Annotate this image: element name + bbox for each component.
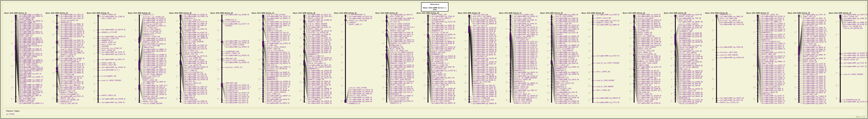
locus-label[interactable]: SpringWheatNAM_tag_7932-4D — [473, 33, 495, 34]
locus-label[interactable]: SpringWheatNAM_tag_16501-1A — [20, 25, 42, 26]
locus-label[interactable]: SpringWheatNAM_tag_93784-3D — [349, 101, 372, 102]
locus-label[interactable]: SpringWheatNAM_tag_18648-7B — [803, 72, 826, 74]
locus-label[interactable]: SpringWheatNAM_tag_246181-2D — [226, 55, 249, 56]
locus-label[interactable]: SpringWheatNAM_tag_46713-6A — [638, 40, 660, 41]
locus-label[interactable]: wsnp_CAP11_c5474_2542512 — [184, 59, 205, 61]
locus-label[interactable]: SpringWheatNAM_tag_67460-7D — [844, 24, 867, 25]
locus-label[interactable]: Tdurum_contig57927_460 — [61, 79, 79, 81]
locus-label[interactable]: SpringWheatNAM_tag_327822-3A — [267, 43, 290, 44]
locus-label[interactable]: SpringWheatNAM_tag_98477-2B — [184, 61, 207, 63]
locus-label[interactable]: SpringWheatNAM_tag_73125-7D — [844, 63, 867, 64]
locus-label[interactable]: SpringWheatNAM_tag_70496-4B — [432, 25, 454, 26]
group-title-6B[interactable]: Wheat-2018-NAM9-BxVida_6B — [664, 12, 686, 14]
locus-label[interactable]: SpringWheatNAM_tag_85127-7B — [803, 87, 826, 88]
locus-label[interactable]: BobWhite_c55606_116 — [308, 79, 324, 80]
locus-label[interactable]: SpringWheatNAM_tag_41511-7A — [762, 75, 784, 77]
locus-label[interactable]: SpringWheatNAM_tag_341284-6A — [638, 95, 661, 97]
locus-label[interactable]: SpringWheatNAM_tag_24388-2B — [184, 101, 207, 102]
group-title-5D[interactable]: Wheat-2018-NAM9-BxVida_5D — [582, 12, 604, 14]
locus-label[interactable]: SpringWheatNAM_tag_49328-4D — [473, 20, 496, 21]
locus-label[interactable]: SpringWheatNAM_tag_67091-3B — [308, 74, 331, 75]
locus-label[interactable]: RAC875_c7827_218 — [184, 54, 198, 55]
locus-label[interactable]: wsnp_BE442869B_Ta_1_1 — [432, 40, 449, 41]
locus-label[interactable]: SpringWheatNAM_tag_103082-4D — [473, 94, 496, 95]
locus-label[interactable]: SpringWheatNAM_tag_119552-3B — [308, 40, 332, 41]
locus-label[interactable]: SpringWheatNAM_tag_98768-2B — [184, 63, 207, 64]
locus-label[interactable]: SpringWheatNAM_tag_315913-4B — [432, 47, 455, 48]
locus-label[interactable]: SpringWheatNAM_tag_420-1B — [61, 78, 82, 79]
locus-label[interactable]: SpringWheatNAM_tag_56779-2B — [184, 56, 207, 57]
locus-label[interactable]: SpringWheatNAM_tag_25551-7B — [803, 65, 826, 67]
locus-label[interactable]: CAP8_c4223_13 — [679, 69, 690, 70]
locus-label[interactable]: SpringWheatNAM_tag_1658-2A — [143, 87, 165, 88]
locus-label[interactable]: SpringWheatNAM_tag_41061-2B — [184, 23, 207, 25]
locus-label[interactable]: Excalibur_c15692_532 — [102, 38, 119, 40]
locus-label[interactable]: Tdurum_contig4937_234 — [803, 45, 820, 47]
locus-label[interactable]: D_contig08063_567 — [432, 74, 446, 75]
locus-label[interactable]: SpringWheatNAM_tag_308905-5B — [556, 45, 579, 46]
locus-label[interactable]: Kukri_c7569_1371 — [267, 41, 280, 43]
locus-label[interactable]: RAC875_c31051_490 — [391, 30, 405, 32]
locus-label[interactable]: SpringWheatNAM_tag_18973-7A — [762, 47, 784, 48]
locus-label[interactable]: SpringWheatNAM_tag_97482-5B — [556, 20, 578, 21]
locus-label[interactable]: SpringWheatNAM_tag_101192-5A — [514, 27, 537, 28]
locus-label[interactable]: IACX5994 — [20, 78, 26, 79]
locus-label[interactable]: RAC875_c46751_112 — [803, 25, 817, 27]
locus-label[interactable]: SpringWheatNAM_tag_309192-3A — [267, 63, 290, 64]
locus-label[interactable]: SpringWheatNAM_tag_76225-3A — [267, 36, 289, 37]
locus-label[interactable]: SpringWheatNAM_tag_101718-2B — [184, 102, 208, 104]
locus-label[interactable]: Excalibur_c84439_196 — [514, 79, 531, 80]
locus-label[interactable]: SpringWheatNAM_tag_95206-4D — [473, 79, 496, 81]
locus-label[interactable]: SpringWheatNAM_tag_256543-6A — [638, 20, 661, 21]
locus-label[interactable]: Tdurum_contig8791_415 — [61, 20, 78, 21]
locus-label[interactable]: tplb0061a20_153 — [432, 79, 444, 80]
locus-label[interactable]: Tdurum_contig47476_495 — [391, 97, 409, 99]
locus-label[interactable]: SpringWheatNAM_tag_52613-2D — [226, 102, 248, 103]
locus-label[interactable]: SpringWheatNAM_tag_66507-5A — [514, 61, 537, 63]
locus-label[interactable]: SpringWheatNAM_tag_246142-7A — [762, 56, 785, 57]
locus-label[interactable]: SpringWheatNAM_tag_244791-2A — [143, 56, 167, 57]
locus-label[interactable]: SpringWheatNAM_tag_16673-4A — [391, 54, 413, 55]
locus-label[interactable]: Excalibur_rep_c68955_213 — [762, 21, 782, 23]
locus-label[interactable]: SpringWheatNAM_tag_245221-4D — [473, 36, 496, 38]
locus-label[interactable]: SpringWheatNAM_tag_121940-3B — [308, 72, 332, 73]
locus-label[interactable]: SpringWheatNAM_tag_223746-7A — [762, 38, 785, 39]
locus-label[interactable]: SpringWheatNAM_tag_29581-7B — [803, 81, 826, 83]
locus-label[interactable]: SpringWheatNAM_tag_42235-7A — [762, 45, 784, 46]
locus-label[interactable]: SpringWheatNAM_tag_357-6A — [638, 70, 659, 72]
locus-label[interactable]: SpringWheatNAM_tag_91497-2A — [143, 65, 166, 67]
locus-label[interactable]: SpringWheatNAM_tag_119955-3A — [267, 67, 290, 68]
locus-label[interactable]: SpringWheatNAM_tag_35124-5B — [556, 21, 578, 23]
locus-label[interactable]: Excalibur_c4152_1031 — [638, 50, 655, 52]
locus-label[interactable]: BobWhite_c4264_200 — [473, 60, 488, 61]
locus-label[interactable]: SpringWheatNAM_tag_83505-7B — [803, 22, 826, 23]
locus-label[interactable]: SpringWheatNAM_tag_91407-3B — [308, 50, 331, 52]
group-title-4A[interactable]: Wheat-2018-NAM9-BxVida_4A — [375, 12, 398, 14]
locus-label[interactable]: SpringWheatNAM_tag_898-4A — [391, 36, 411, 37]
locus-label[interactable]: wsnp_Ra_c14920_23225219 — [391, 20, 410, 21]
locus-label[interactable]: SpringWheatNAM_tag_7188-6B — [679, 74, 701, 75]
locus-label[interactable]: wsnp_Ex_rep_c107564_91144523 — [473, 18, 496, 19]
locus-label[interactable]: Kukri_rep_c69389_1215 — [391, 50, 408, 52]
locus-label[interactable]: SpringWheatNAM_tag_125920-7A — [762, 77, 785, 79]
locus-label[interactable]: SpringWheatNAM_tag_244431-6A — [638, 67, 661, 68]
locus-label[interactable]: SpringWheatNAM_tag_66262-1A — [20, 45, 42, 47]
locus-label[interactable]: SpringWheatNAM_tag_48351-3A — [267, 38, 289, 39]
locus-label[interactable]: SpringWheatNAM_tag_33441-4B — [432, 97, 454, 99]
locus-label[interactable]: CAP7_c4879_249 — [20, 72, 31, 73]
locus-label[interactable]: SpringWheatNAM_tag_57567-6B — [679, 51, 702, 52]
locus-label[interactable]: SpringWheatNAM_tag_111994-6A — [638, 41, 661, 43]
locus-label[interactable]: Kukri_c49522_313 — [184, 50, 198, 52]
locus-label[interactable]: IAAV1235 — [556, 34, 562, 35]
locus-label[interactable]: SpringWheatNAM_tag_244673-4D — [473, 47, 496, 48]
locus-label[interactable]: RAC875_c6062_75 — [349, 24, 362, 25]
locus-label[interactable]: SpringWheatNAM_tag_98823-1A — [20, 31, 42, 33]
locus-label[interactable]: SpringWheatNAM_tag_1613-5B — [556, 92, 577, 93]
locus-label[interactable]: SpringWheatNAM_tag_163797-3A — [267, 54, 290, 55]
locus-label[interactable]: SpringWheatNAM_tag_285385-6B — [679, 89, 703, 90]
locus-label[interactable]: BobWhite_c11539_336 — [514, 102, 530, 104]
locus-label[interactable]: SpringWheatNAM_tag_308581-4A — [391, 59, 414, 61]
locus-label[interactable]: BS00044374_51 — [432, 30, 443, 32]
locus-label[interactable]: Kukri_c24262_918 — [143, 27, 157, 29]
locus-label[interactable]: SpringWheatNAM_tag_29903-7B — [803, 40, 826, 41]
